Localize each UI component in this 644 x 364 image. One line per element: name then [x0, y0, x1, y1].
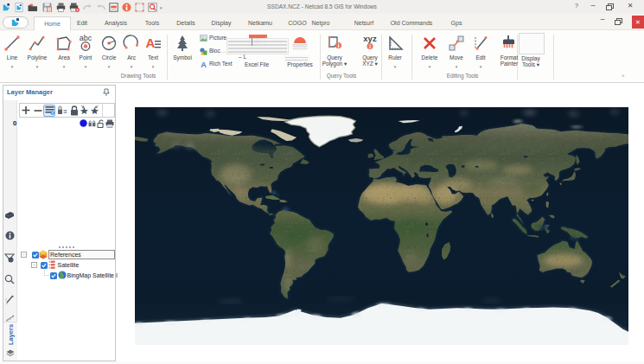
svg-text:A: A: [146, 35, 156, 50]
svg-text:xyz: xyz: [363, 34, 377, 43]
svg-text:A: A: [201, 61, 207, 68]
svg-text:Layers: Layers: [7, 324, 15, 345]
svg-text:abc: abc: [80, 34, 92, 42]
